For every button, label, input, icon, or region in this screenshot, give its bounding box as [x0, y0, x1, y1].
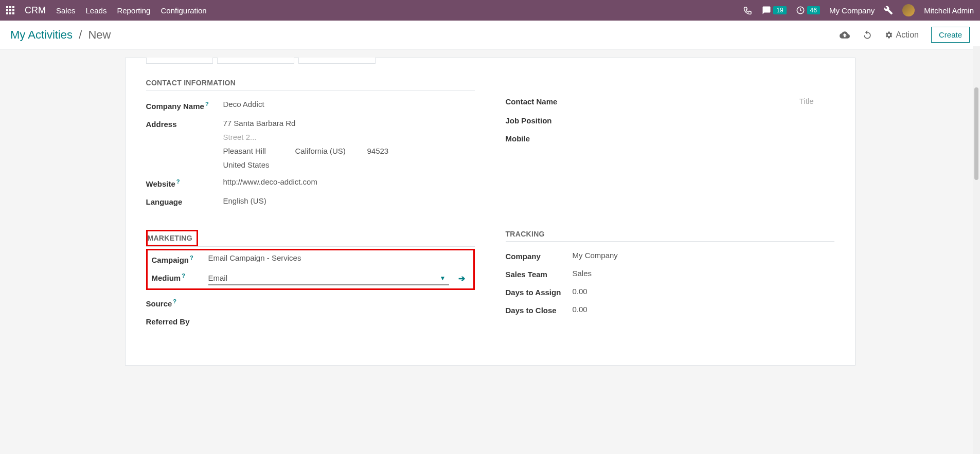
apps-icon[interactable]: [6, 6, 14, 14]
value-company-name[interactable]: Deco Addict: [223, 100, 475, 108]
label-company: Company: [506, 251, 573, 261]
label-address: Address: [146, 119, 223, 129]
activities-badge: 46: [807, 6, 820, 14]
value-street1[interactable]: 77 Santa Barbara Rd: [223, 119, 475, 128]
user-name[interactable]: Mitchell Admin: [924, 6, 974, 15]
phone-icon[interactable]: [743, 6, 753, 15]
help-icon[interactable]: ?: [176, 178, 180, 185]
input-medium[interactable]: [208, 271, 437, 284]
value-days-close[interactable]: 0.00: [573, 305, 834, 314]
tab-placeholder-2[interactable]: [217, 58, 294, 64]
label-mobile: Mobile: [506, 133, 583, 143]
help-icon[interactable]: ?: [173, 298, 176, 304]
messages-icon[interactable]: 19: [762, 6, 786, 15]
value-title-placeholder[interactable]: Title: [799, 97, 834, 105]
scrollbar[interactable]: [973, 46, 980, 374]
tab-placeholder-1[interactable]: [146, 58, 213, 64]
section-contact-info: CONTACT INFORMATION: [146, 79, 475, 90]
company-switcher[interactable]: My Company: [829, 6, 875, 15]
value-days-assign[interactable]: 0.00: [573, 287, 834, 296]
tab-placeholder-3[interactable]: [298, 58, 376, 64]
cloud-save-icon[interactable]: [840, 29, 850, 40]
value-company[interactable]: My Company: [573, 251, 834, 260]
top-navbar: CRM Sales Leads Reporting Configuration …: [0, 0, 980, 21]
form-sheet: CONTACT INFORMATION Company Name? Deco A…: [125, 58, 856, 366]
value-language[interactable]: English (US): [223, 196, 475, 205]
debug-icon[interactable]: [884, 6, 893, 15]
section-marketing: MARKETING: [148, 234, 192, 242]
value-street2[interactable]: Street 2...: [223, 133, 475, 141]
action-dropdown[interactable]: Action: [885, 30, 919, 40]
value-sales-team[interactable]: Sales: [573, 269, 834, 278]
label-days-close: Days to Close: [506, 305, 573, 315]
breadcrumb: My Activities / New: [10, 28, 111, 42]
value-state[interactable]: California (US): [295, 147, 347, 155]
highlight-marketing-title: MARKETING: [146, 230, 198, 246]
value-country[interactable]: United States: [223, 160, 475, 169]
value-zip[interactable]: 94523: [367, 147, 419, 155]
nav-sales[interactable]: Sales: [56, 6, 76, 15]
breadcrumb-parent[interactable]: My Activities: [10, 28, 73, 41]
value-campaign[interactable]: Email Campaign - Services: [208, 253, 469, 262]
app-brand[interactable]: CRM: [25, 5, 46, 16]
label-company-name: Company Name?: [146, 100, 223, 111]
label-sales-team: Sales Team: [506, 269, 573, 279]
breadcrumb-current: New: [88, 28, 111, 41]
nav-leads[interactable]: Leads: [86, 6, 107, 15]
control-bar: My Activities / New Action Create: [0, 21, 980, 49]
activities-icon[interactable]: 46: [796, 6, 820, 15]
label-contact-name: Contact Name: [506, 96, 799, 106]
messages-badge: 19: [773, 6, 786, 14]
help-icon[interactable]: ?: [182, 273, 185, 279]
nav-configuration[interactable]: Configuration: [161, 6, 206, 15]
help-icon[interactable]: ?: [205, 101, 209, 107]
user-avatar[interactable]: [902, 4, 915, 16]
value-city[interactable]: Pleasant Hill: [223, 147, 275, 155]
label-source: Source?: [146, 297, 203, 308]
open-link-icon[interactable]: ➔: [454, 274, 469, 283]
label-medium: Medium?: [152, 271, 208, 282]
label-campaign: Campaign?: [152, 253, 208, 264]
label-job-position: Job Position: [506, 115, 583, 125]
help-icon[interactable]: ?: [190, 255, 193, 261]
label-days-assign: Days to Assign: [506, 287, 573, 297]
section-tracking: TRACKING: [506, 230, 834, 242]
create-button[interactable]: Create: [931, 27, 970, 43]
label-website: Website?: [146, 177, 223, 188]
dropdown-caret-icon[interactable]: ▼: [437, 275, 449, 282]
discard-icon[interactable]: [862, 29, 872, 40]
label-language: Language: [146, 196, 223, 206]
label-referred-by: Referred By: [146, 316, 203, 326]
scrollbar-thumb[interactable]: [974, 87, 978, 180]
nav-reporting[interactable]: Reporting: [117, 6, 150, 15]
highlight-marketing-fields: Campaign? Email Campaign - Services Medi…: [146, 249, 475, 290]
value-website[interactable]: http://www.deco-addict.com: [223, 177, 475, 186]
